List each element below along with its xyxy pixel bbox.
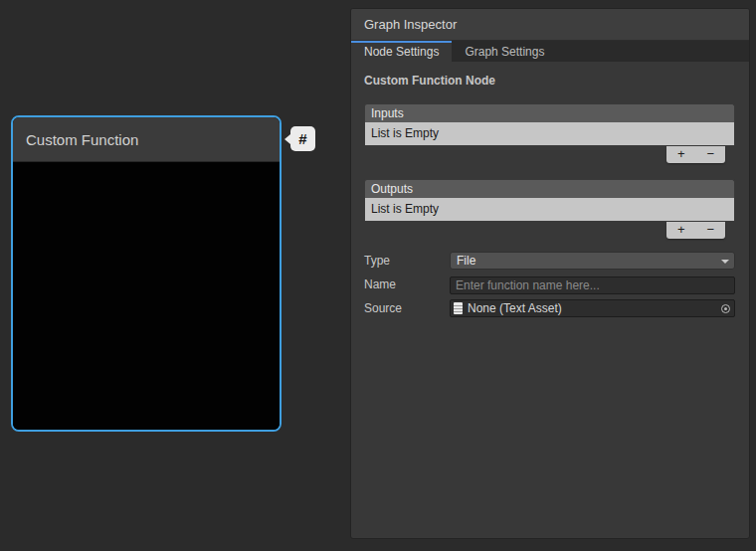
inputs-add-button[interactable]: + [666, 146, 696, 163]
outputs-list-footer: + − [666, 222, 725, 239]
object-picker-icon [721, 304, 730, 313]
node-hash-badge[interactable]: # [290, 126, 315, 151]
function-name-input[interactable] [450, 276, 735, 294]
type-dropdown-value: File [457, 254, 475, 268]
name-label: Name [364, 277, 450, 291]
outputs-list: Outputs List is Empty + − [364, 179, 735, 239]
panel-title: Graph Inspector [351, 9, 749, 41]
source-object-field[interactable]: None (Text Asset) [450, 299, 735, 317]
name-field-wrap [450, 276, 735, 293]
tab-node-settings[interactable]: Node Settings [351, 41, 452, 62]
source-label: Source [364, 301, 450, 315]
source-object-value: None (Text Asset) [468, 300, 717, 316]
outputs-remove-button[interactable]: − [696, 222, 726, 239]
node-preview [13, 162, 280, 430]
custom-function-node[interactable]: Custom Function [11, 115, 282, 432]
outputs-add-button[interactable]: + [666, 222, 696, 239]
inputs-list: Inputs List is Empty + − [364, 103, 735, 163]
name-row: Name [364, 276, 735, 293]
graph-canvas[interactable]: Custom Function # Graph Inspector Node S… [0, 0, 756, 551]
outputs-list-empty-row: List is Empty [364, 198, 735, 222]
type-label: Type [364, 254, 450, 268]
type-row: Type File [364, 252, 735, 270]
source-row: Source None (Text Asset) [364, 299, 735, 317]
node-header[interactable]: Custom Function [13, 117, 280, 162]
type-dropdown[interactable]: File [450, 252, 735, 270]
tab-graph-settings[interactable]: Graph Settings [452, 41, 557, 62]
inputs-list-footer: + − [666, 146, 725, 163]
tab-bar: Node Settings Graph Settings [351, 41, 749, 62]
graph-inspector-panel: Graph Inspector Node Settings Graph Sett… [350, 8, 750, 539]
node-title: Custom Function [26, 131, 138, 148]
inputs-list-header: Inputs [364, 103, 735, 122]
chevron-down-icon [721, 260, 729, 264]
text-asset-icon [454, 302, 463, 314]
outputs-list-header: Outputs [364, 179, 735, 198]
inputs-list-empty-row: List is Empty [364, 122, 735, 146]
section-title: Custom Function Node [364, 74, 736, 88]
inputs-remove-button[interactable]: − [696, 146, 726, 163]
object-picker-button[interactable] [717, 300, 734, 316]
hash-icon: # [298, 130, 306, 147]
